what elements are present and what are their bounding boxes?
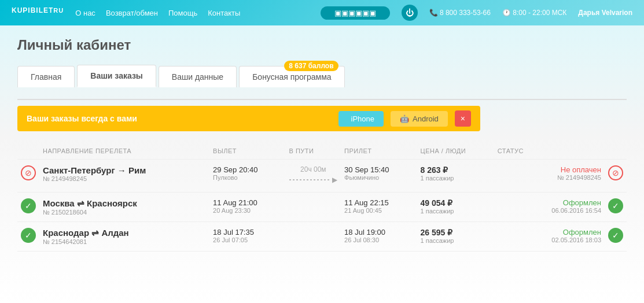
- duration-text: 20ч 00м: [289, 165, 338, 173]
- passengers: 1 пассажир: [421, 237, 491, 244]
- status-icon-cell: ✓: [605, 193, 627, 222]
- depart-cell: 18 Jul 17:35 26 Jul 07:05: [209, 222, 285, 252]
- order-num: № 2149498245: [43, 175, 206, 182]
- header: KUPIBILETRU О нас Возврат/обмен Помощь К…: [0, 0, 644, 25]
- status-icon-green: ✓: [21, 198, 36, 213]
- route-cell: Санкт-Петербург → Рим № 2149498245: [39, 160, 209, 193]
- tab-bonus-label: Бонусная программа: [252, 72, 331, 82]
- android-icon: 🤖: [400, 114, 409, 123]
- arrow-right-icon: ▶: [332, 176, 337, 184]
- status-date: 02.05.2016 18:03: [498, 237, 601, 243]
- tab-home[interactable]: Главная: [17, 66, 75, 87]
- tab-orders[interactable]: Ваши заказы: [77, 65, 156, 87]
- status-text: Оформлен: [498, 228, 601, 237]
- col-status-icon: [605, 143, 627, 160]
- price-cell: 26 595 ₽ 1 пассажир: [417, 222, 494, 252]
- row-icon: ✓: [17, 193, 39, 222]
- arrive-date: 18 Jul 19:00: [344, 228, 413, 237]
- table-row: ⊘ Санкт-Петербург → Рим № 2149498245 29 …: [17, 160, 627, 193]
- flight-duration: 20ч 00м ▶: [289, 165, 338, 184]
- app-banner: Ваши заказы всегда с вами iPhone 🤖 Andro…: [17, 106, 480, 131]
- arrive-date2: 21 Aug 00:45: [344, 207, 413, 214]
- nav-contacts[interactable]: Контакты: [208, 9, 240, 17]
- col-depart: ВЫЛЕТ: [209, 143, 285, 160]
- logo: KUPIBILETRU: [12, 6, 64, 20]
- iphone-button[interactable]: iPhone: [338, 111, 384, 127]
- flight-line: ▶: [289, 176, 338, 184]
- table-row: ✓ Краснодар ⇌ Алдан № 2154642081 18 Jul …: [17, 222, 627, 252]
- table-row: ✓ Москва ⇌ Красноярск № 2150218604 11 Au…: [17, 193, 627, 222]
- status-date: 06.06.2016 16:54: [498, 207, 601, 214]
- price: 49 054 ₽: [421, 198, 491, 208]
- col-icon: [17, 143, 39, 160]
- clock-icon: 🕐: [502, 9, 513, 17]
- status-icon-cell: ✓: [605, 222, 627, 252]
- tab-data[interactable]: Ваши данные: [159, 66, 237, 87]
- depart-date2: 26 Jul 07:05: [213, 237, 282, 243]
- row-status-icon: ✓: [608, 228, 623, 243]
- phone-info: 📞 8 800 333-53-66: [429, 9, 491, 17]
- android-button[interactable]: 🤖 Android: [391, 111, 448, 127]
- depart-date: 18 Jul 17:35: [213, 228, 282, 237]
- status-text: Оформлен: [498, 198, 601, 207]
- depart-date2: 20 Aug 23:30: [213, 207, 282, 214]
- table-header: НАПРАВЛЕНИЕ ПЕРЕЛЕТА ВЫЛЕТ В ПУТИ ПРИЛЕТ…: [17, 143, 627, 160]
- nav-return[interactable]: Возврат/обмен: [106, 9, 158, 17]
- passengers: 1 пассажир: [421, 208, 491, 215]
- power-button[interactable]: ⏻: [402, 5, 418, 21]
- depart-date: 29 Sep 20:40: [213, 165, 282, 174]
- nav-help[interactable]: Помощь: [168, 9, 197, 17]
- logo-text: KUPIBILET: [12, 6, 53, 14]
- arrive-date: 11 Aug 22:15: [344, 198, 413, 207]
- duration-cell: [286, 193, 341, 222]
- route-cell: Москва ⇌ Красноярск № 2150218604: [39, 193, 209, 222]
- price-cell: 49 054 ₽ 1 пассажир: [417, 193, 494, 222]
- price: 8 263 ₽: [421, 165, 491, 175]
- depart-cell: 29 Sep 20:40 Пулково: [209, 160, 285, 193]
- row-status-icon: ⊘: [608, 165, 623, 180]
- search-box[interactable]: ▣▣▣▣▣▣: [321, 6, 390, 20]
- tab-bonus[interactable]: Бонусная программа 8 637 баллов: [239, 66, 344, 87]
- status-order: № 2149498245: [498, 174, 601, 181]
- status-cell: Не оплачен № 2149498245: [494, 160, 605, 193]
- status-icon-green: ✓: [21, 228, 36, 243]
- arrive-cell: 18 Jul 19:00 26 Jul 08:30: [341, 222, 417, 252]
- page-title: Личный кабинет: [17, 37, 627, 53]
- status-text: Не оплачен: [498, 165, 601, 174]
- banner-close-button[interactable]: ×: [455, 110, 471, 127]
- logo-ru: RU: [53, 7, 64, 14]
- passengers: 1 пассажир: [421, 175, 491, 182]
- progress-line: [289, 179, 330, 180]
- depart-cell: 11 Aug 21:00 20 Aug 23:30: [209, 193, 285, 222]
- price-cell: 8 263 ₽ 1 пассажир: [417, 160, 494, 193]
- route-main: Санкт-Петербург → Рим: [43, 165, 206, 175]
- status-cell: Оформлен 02.05.2016 18:03: [494, 222, 605, 252]
- tabs-border: [17, 99, 627, 100]
- row-status-icon: ✓: [608, 198, 623, 213]
- col-status: СТАТУС: [494, 143, 605, 160]
- order-num: № 2154642081: [43, 238, 206, 245]
- time-info: 🕐 8:00 - 22:00 МСК: [502, 9, 566, 17]
- price: 26 595 ₽: [421, 228, 491, 237]
- status-icon-red: ⊘: [21, 165, 36, 180]
- depart-date: 11 Aug 21:00: [213, 198, 282, 207]
- nav-about[interactable]: О нас: [75, 9, 95, 17]
- main-content: Личный кабинет Главная Ваши заказы Ваши …: [0, 25, 644, 303]
- row-icon: ⊘: [17, 160, 39, 193]
- col-price: ЦЕНА / ЛЮДИ: [417, 143, 494, 160]
- depart-airport: Пулково: [213, 174, 282, 181]
- col-duration: В ПУТИ: [286, 143, 341, 160]
- row-icon: ✓: [17, 222, 39, 252]
- arrive-cell: 30 Sep 15:40 Фьюмичино: [341, 160, 417, 193]
- orders-table: НАПРАВЛЕНИЕ ПЕРЕЛЕТА ВЫЛЕТ В ПУТИ ПРИЛЕТ…: [17, 143, 627, 252]
- user-name: Дарья Velvarion: [578, 9, 632, 17]
- route-main: Москва ⇌ Красноярск: [43, 198, 206, 209]
- arrive-date: 30 Sep 15:40: [344, 165, 413, 174]
- phone-icon: 📞: [429, 9, 440, 17]
- bonus-badge: 8 637 баллов: [284, 61, 338, 71]
- duration-cell: 20ч 00м ▶: [286, 160, 341, 193]
- arrive-cell: 11 Aug 22:15 21 Aug 00:45: [341, 193, 417, 222]
- arrive-date2: 26 Jul 08:30: [344, 237, 413, 243]
- nav: О нас Возврат/обмен Помощь Контакты: [75, 9, 308, 17]
- phone-number: 8 800 333-53-66: [440, 9, 491, 17]
